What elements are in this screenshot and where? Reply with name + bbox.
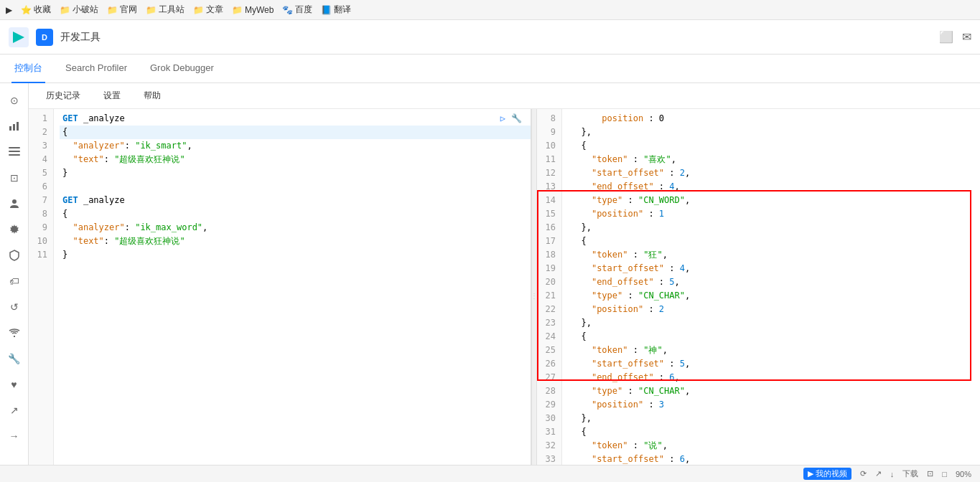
wrench-icon[interactable]: 🔧 — [511, 113, 522, 123]
r-line-18: "token" : "狂", — [568, 248, 980, 262]
bookmark-myweb[interactable]: 📁 MyWeb — [232, 5, 274, 15]
r-line-11: "token" : "喜欢", — [568, 153, 980, 166]
right-code-editor[interactable]: 8 9 10 11 12 13 14 15 16 17 18 19 20 21 … — [537, 109, 980, 482]
sidebar-icon-gear[interactable] — [3, 218, 26, 241]
left-code-editor[interactable]: 1 2 3 4 5 6 7 8 9 10 11 GET _analyze { "… — [29, 109, 531, 482]
monitor-icon[interactable]: ⬜ — [939, 30, 953, 44]
sidebar-icon-heart[interactable]: ♥ — [3, 373, 26, 396]
line-numbers-right: 8 9 10 11 12 13 14 15 16 17 18 19 20 21 … — [537, 109, 562, 482]
r-line-21: "type" : "CN_CHAR", — [568, 289, 980, 303]
bookmark-star-icon: ▶ — [6, 5, 12, 15]
mail-icon[interactable]: ✉ — [962, 30, 971, 44]
baidu-icon: 🐾 — [282, 5, 293, 15]
r-line-20: "end_offset" : 5, — [568, 275, 980, 289]
tab-grok-debugger[interactable]: Grok Debugger — [147, 55, 217, 83]
r-line-30: }, — [568, 412, 980, 425]
svg-rect-4 — [9, 151, 20, 152]
sidebar-icon-tag[interactable]: 🏷 — [3, 270, 26, 293]
sidebar-icon-tool[interactable]: 🔧 — [3, 347, 26, 370]
code-line-4: "text": "超级喜欢狂神说" — [60, 153, 531, 166]
zoom-level: 90% — [956, 470, 971, 478]
code-content-left[interactable]: GET _analyze { "analyzer": "ik_smart", "… — [54, 109, 531, 482]
r-line-8: position : 0 — [568, 112, 980, 126]
svg-rect-3 — [9, 147, 20, 148]
r-line-28: "type" : "CN_CHAR", — [568, 384, 980, 398]
folder-icon-2: 📁 — [107, 5, 118, 15]
sidebar-icon-database[interactable]: ⊡ — [3, 166, 26, 189]
code-line-2: { — [60, 126, 531, 139]
main-content: 历史记录 设置 帮助 ▷ 🔧 1 2 3 4 5 6 7 8 — [29, 83, 980, 482]
tab-search-profiler[interactable]: Search Profiler — [62, 55, 130, 83]
bookmark-xiaopo[interactable]: 📁 小破站 — [60, 4, 98, 16]
sidebar-icon-layers[interactable] — [3, 141, 26, 164]
star-icon: ⭐ — [21, 5, 32, 15]
sidebar-icon-refresh[interactable]: ↺ — [3, 296, 26, 318]
sidebar-icon-user[interactable] — [3, 192, 26, 215]
toolbar: 历史记录 设置 帮助 — [29, 83, 980, 109]
r-line-19: "start_offset" : 4, — [568, 262, 980, 275]
r-line-9: }, — [568, 126, 980, 139]
code-line-10: "text": "超级喜欢狂神说" — [60, 235, 531, 248]
browser-header: D 开发工具 ⬜ ✉ — [0, 20, 980, 55]
status-download-label[interactable]: 下载 — [902, 468, 918, 479]
status-window[interactable]: □ — [942, 470, 947, 478]
history-button[interactable]: 历史记录 — [40, 87, 86, 105]
panel-divider[interactable]: ⋮ — [531, 109, 537, 482]
right-editor-panel: 8 9 10 11 12 13 14 15 16 17 18 19 20 21 … — [537, 109, 980, 482]
editor-area: ▷ 🔧 1 2 3 4 5 6 7 8 9 10 11 GE — [29, 109, 980, 482]
r-line-13: "end_offset" : 4, — [568, 180, 980, 194]
svg-rect-5 — [9, 154, 20, 156]
r-line-26: "start_offset" : 5, — [568, 357, 980, 371]
svg-point-6 — [12, 199, 17, 204]
r-line-32: "token" : "说", — [568, 439, 980, 453]
sidebar-icon-arrow[interactable]: → — [3, 425, 26, 448]
status-refresh[interactable]: ⟳ — [860, 469, 867, 478]
r-line-25: "token" : "神", — [568, 344, 980, 357]
bookmark-baidu[interactable]: 🐾 百度 — [282, 4, 312, 16]
status-download-arrow[interactable]: ↓ — [890, 470, 895, 478]
r-line-10: { — [568, 139, 980, 153]
tab-console[interactable]: 控制台 — [11, 55, 45, 83]
sidebar-icon-shield[interactable] — [3, 244, 26, 267]
code-content-right[interactable]: position : 0 }, { "token" : "喜欢", "start… — [562, 109, 980, 482]
sidebar-icon-home[interactable]: ⊙ — [3, 89, 26, 112]
run-icon[interactable]: ▷ — [500, 113, 505, 123]
code-line-8: { — [60, 207, 531, 221]
bookmark-tools[interactable]: 📁 工具站 — [146, 4, 185, 16]
sidebar-icon-wifi[interactable] — [3, 321, 26, 344]
line-numbers-left: 1 2 3 4 5 6 7 8 9 10 11 — [29, 109, 54, 482]
settings-button[interactable]: 设置 — [98, 87, 126, 105]
bookmark-favorites[interactable]: ⭐ 收藏 — [21, 4, 51, 16]
status-share[interactable]: ↗ — [875, 469, 882, 478]
r-line-16: }, — [568, 221, 980, 235]
r-line-12: "start_offset" : 2, — [568, 166, 980, 180]
code-line-7: GET _analyze — [60, 194, 531, 207]
app-title: 开发工具 — [60, 31, 932, 44]
r-line-29: "position" : 3 — [568, 398, 980, 412]
r-line-22: "position" : 2 — [568, 303, 980, 316]
status-grid[interactable]: ⊡ — [927, 469, 933, 478]
folder-icon-1: 📁 — [60, 5, 70, 15]
bookmark-articles[interactable]: 📁 文章 — [193, 4, 223, 16]
bookmark-bar: ▶ ⭐ 收藏 📁 小破站 📁 官网 📁 工具站 📁 文章 📁 MyWeb 🐾 百… — [0, 0, 980, 20]
code-line-6 — [60, 180, 531, 194]
bookmark-official[interactable]: 📁 官网 — [107, 4, 137, 16]
folder-icon-4: 📁 — [193, 5, 204, 15]
r-line-17: { — [568, 235, 980, 248]
play-icon: ▶ — [808, 469, 813, 478]
header-icons: ⬜ ✉ — [939, 30, 971, 44]
sidebar-icon-chart[interactable] — [3, 115, 26, 138]
kibana-logo — [9, 27, 29, 47]
folder-icon-5: 📁 — [232, 5, 243, 15]
bookmark-translate[interactable]: 📘 翻译 — [321, 4, 351, 16]
sidebar-icon-share[interactable]: ↗ — [3, 399, 26, 422]
code-line-9: "analyzer": "ik_max_word", — [60, 221, 531, 235]
help-button[interactable]: 帮助 — [138, 87, 167, 105]
video-button[interactable]: ▶ 我的视频 — [803, 468, 851, 480]
r-line-15: "position" : 1 — [568, 207, 980, 221]
left-editor-panel: ▷ 🔧 1 2 3 4 5 6 7 8 9 10 11 GE — [29, 109, 531, 482]
svg-rect-1 — [13, 124, 15, 131]
code-line-1: GET _analyze — [60, 112, 531, 126]
nav-tabs: 控制台 Search Profiler Grok Debugger — [0, 55, 980, 83]
r-line-14: "type" : "CN_WORD", — [568, 194, 980, 207]
